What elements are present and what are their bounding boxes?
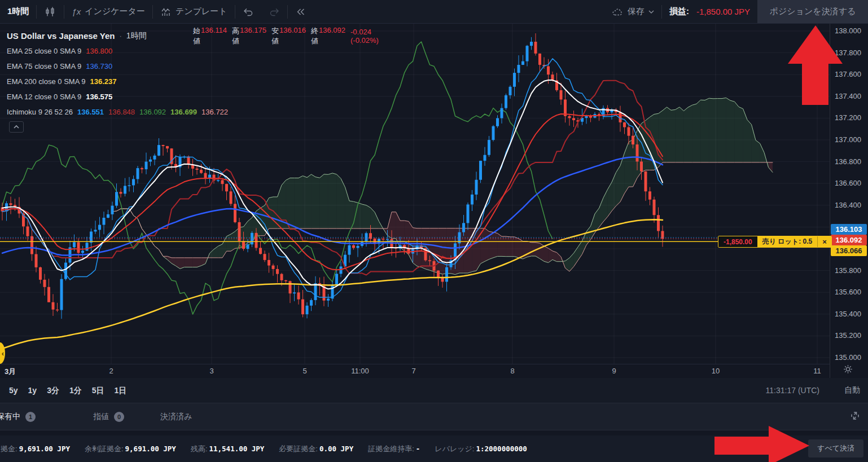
scroll-to-start-button[interactable] (288, 0, 314, 23)
templates-button[interactable]: テンプレート (153, 0, 235, 23)
price-tick: 135.200 (835, 331, 861, 340)
timeframe-label: 1時間 (7, 6, 29, 17)
gear-icon[interactable] (843, 364, 853, 377)
indicator-legend: EMA 25 close 0 SMA 9136.800EMA 75 close … (7, 43, 228, 120)
status-item: 証拠金:9,691.00 JPY (0, 444, 70, 454)
range-button-5日[interactable]: 5日 (92, 386, 104, 396)
time-label: 11 (813, 367, 821, 375)
margin-status-bar: 証拠金:9,691.00 JPY余剰証拠金:9,691.00 JPY残高:11,… (0, 435, 868, 462)
price-tick: 135.800 (835, 266, 861, 275)
ohlc-value: 136.092 (319, 26, 345, 46)
price-tick: 135.400 (835, 310, 861, 318)
timeframe-button[interactable]: 1時間 (0, 0, 36, 23)
clock[interactable]: 11:31:17 (UTC) (766, 386, 819, 395)
price-tick: 136.600 (835, 179, 861, 187)
top-toolbar: 1時間 ƒx インジケーター テンプ (0, 0, 868, 24)
redo-icon (269, 6, 280, 17)
range-button-5y[interactable]: 5y (9, 386, 18, 395)
time-axis[interactable]: 3月23511:007891011 (0, 364, 830, 378)
status-value: 11,541.00 JPY (209, 445, 265, 453)
tab-pending[interactable]: 指値0 (93, 412, 124, 422)
timezone-auto[interactable]: 自動 (844, 385, 860, 395)
status-item: 余剰証拠金:9,691.00 JPY (85, 444, 176, 454)
rewind-icon (295, 6, 306, 17)
price-tick: 136.400 (835, 201, 861, 209)
tab-label: 指値 (93, 412, 109, 422)
legend-indicator-row[interactable]: EMA 200 close 0 SMA 9136.237 (7, 74, 228, 89)
pl-value: -1,850.00 JPY (696, 7, 750, 16)
legend-indicator-row[interactable]: Ichimoku 9 26 52 26136.551136.848136.092… (7, 104, 228, 120)
status-label: 証拠金維持率: (368, 445, 414, 453)
redo-button[interactable] (261, 0, 287, 23)
ohlc-value: 136.016 (279, 26, 306, 46)
time-label: 8 (510, 367, 514, 375)
legend-timeframe: 1時間 (126, 31, 147, 41)
ohlc-label: 終値 (311, 26, 318, 46)
indicator-value: 136.848 (108, 108, 135, 116)
legend-indicator-row[interactable]: EMA 12 close 0 SMA 9136.575 (7, 89, 228, 104)
range-button-1日[interactable]: 1日 (115, 386, 127, 396)
indicator-value: 136.699 (170, 108, 197, 116)
time-label: 11:00 (351, 367, 369, 375)
symbol-title[interactable]: US Dollar vs Japanese Yen (7, 31, 115, 41)
status-value: - (416, 445, 420, 453)
templates-label: テンプレート (176, 6, 227, 17)
position-pl: -1,850.00 (718, 236, 757, 247)
status-value: 1:2000000000 (476, 445, 527, 453)
ohlc-change: -0.024 (-0.02%) (350, 28, 379, 45)
trading-app: 1時間 ƒx インジケーター テンプ (0, 0, 868, 462)
price-tick: 138.000 (835, 27, 861, 35)
legend-separator: · (120, 32, 122, 40)
status-item: 証拠金維持率:- (368, 444, 420, 454)
fullscreen-icon[interactable] (849, 410, 861, 424)
range-button-1分[interactable]: 1分 (69, 386, 82, 396)
price-tick: 137.200 (835, 113, 861, 122)
undo-icon (243, 6, 254, 17)
pl-readout: 損益: -1,850.00 JPY (662, 0, 757, 23)
pl-partial-digit: 0 (776, 441, 780, 450)
status-label: 残高: (191, 445, 208, 453)
ohlc-pair: 始値136.114 (193, 26, 227, 46)
price-tick: 135.000 (835, 353, 861, 362)
price-tick: 137.000 (835, 135, 861, 144)
undo-button[interactable] (235, 0, 261, 23)
ohlc-pair: 安値136.016 (271, 26, 306, 46)
chart-style-button[interactable] (37, 0, 64, 23)
ohlc-pair: 終値136.092 (311, 26, 345, 46)
indicator-value: 136.800 (86, 47, 112, 55)
positions-tabs-bar: 保有中1指値0決済済み (0, 403, 868, 430)
indicators-label: インジケーター (85, 6, 145, 17)
close-position-button[interactable]: ポジションを決済する (757, 0, 868, 23)
ohlc-pair: 高値136.175 (232, 26, 266, 46)
price-badge-entry: 136.066 (831, 245, 867, 256)
tab-count-badge: 0 (114, 412, 124, 422)
status-label: 必要証拠金: (279, 445, 318, 453)
chevron-down-icon (648, 10, 654, 14)
save-label: 保存 (628, 6, 645, 17)
position-close-icon[interactable]: × (817, 236, 831, 247)
tab-count-badge: 1 (25, 412, 36, 422)
price-axis[interactable]: 138.000137.800137.600137.400137.200137.0… (830, 24, 868, 378)
tab-closed[interactable]: 決済済み (160, 412, 192, 422)
indicator-name: EMA 200 close 0 SMA 9 (7, 77, 85, 86)
tab-open[interactable]: 保有中1 (0, 412, 36, 422)
fx-icon: ƒx (72, 7, 81, 16)
position-tag[interactable]: -1,850.00 売り ロット: 0.5 × (718, 236, 832, 248)
status-item: 残高:11,541.00 JPY (191, 444, 264, 454)
ohlc-label: 高値 (232, 26, 239, 46)
ohlc-label: 始値 (193, 26, 200, 46)
indicator-name: EMA 12 close 0 SMA 9 (7, 93, 81, 101)
range-button-1y[interactable]: 1y (28, 386, 37, 395)
legend-collapse-button[interactable] (9, 121, 24, 133)
legend-indicator-row[interactable]: EMA 75 close 0 SMA 9136.730 (7, 59, 228, 74)
status-item: 必要証拠金:0.00 JPY (279, 444, 353, 454)
time-label: 3月 (5, 367, 16, 377)
time-label: 9 (612, 367, 616, 375)
status-value: 9,691.00 JPY (125, 445, 176, 453)
symbol-row[interactable]: US Dollar vs Japanese Yen · 1時間 始値136.11… (7, 28, 228, 43)
save-layout-button[interactable]: 保存 (604, 0, 661, 23)
close-all-button[interactable]: すべて決済 (808, 439, 863, 457)
range-button-3分[interactable]: 3分 (47, 386, 59, 396)
indicators-button[interactable]: ƒx インジケーター (64, 0, 152, 23)
status-label: レバレッジ: (435, 445, 474, 453)
